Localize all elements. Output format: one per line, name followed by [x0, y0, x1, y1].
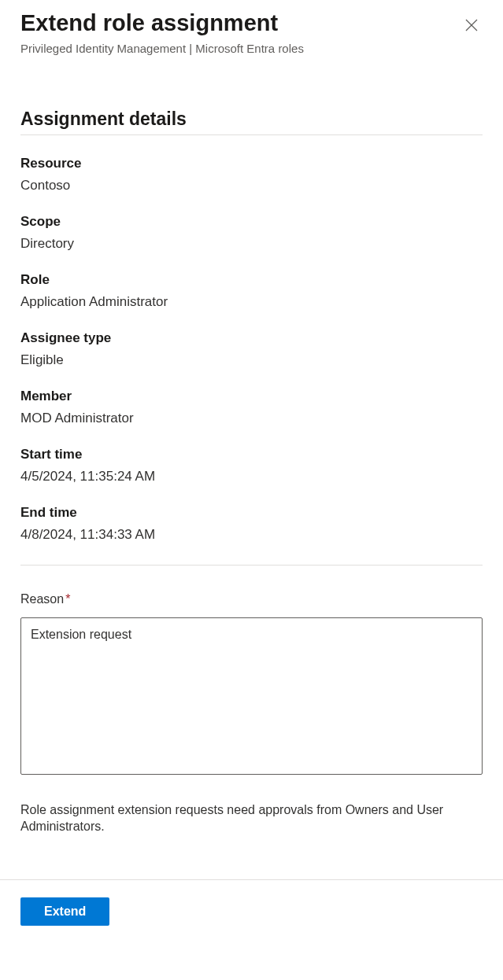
- resource-label: Resource: [20, 156, 483, 171]
- required-indicator: *: [65, 592, 70, 606]
- page-title: Extend role assignment: [20, 9, 304, 37]
- reason-textarea[interactable]: [20, 617, 483, 775]
- section-title-assignment-details: Assignment details: [20, 109, 483, 135]
- divider: [20, 565, 483, 566]
- assignee-type-label: Assignee type: [20, 330, 483, 346]
- approval-info-text: Role assignment extension requests need …: [20, 801, 483, 835]
- end-time-value: 4/8/2024, 11:34:33 AM: [20, 527, 483, 543]
- breadcrumb: Privileged Identity Management | Microso…: [20, 42, 304, 55]
- end-time-label: End time: [20, 505, 483, 521]
- reason-label-text: Reason: [20, 592, 64, 606]
- extend-button[interactable]: Extend: [20, 897, 109, 926]
- assignee-type-value: Eligible: [20, 352, 483, 368]
- close-icon: [465, 22, 478, 34]
- scope-label: Scope: [20, 214, 483, 230]
- resource-value: Contoso: [20, 178, 483, 193]
- scope-value: Directory: [20, 236, 483, 252]
- member-label: Member: [20, 389, 483, 404]
- start-time-value: 4/5/2024, 11:35:24 AM: [20, 469, 483, 484]
- reason-label: Reason*: [20, 592, 483, 606]
- role-value: Application Administrator: [20, 294, 483, 310]
- start-time-label: Start time: [20, 447, 483, 462]
- member-value: MOD Administrator: [20, 411, 483, 426]
- close-button[interactable]: [460, 14, 483, 36]
- role-label: Role: [20, 272, 483, 288]
